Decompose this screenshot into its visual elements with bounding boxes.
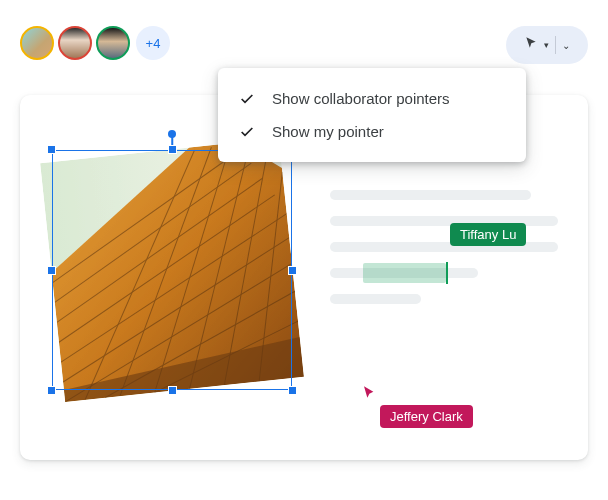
resize-handle-tm[interactable]: [168, 145, 177, 154]
collaborator-caret: [446, 262, 448, 284]
separator: [555, 36, 556, 54]
resize-handle-bl[interactable]: [47, 386, 56, 395]
chevron-down-icon[interactable]: ⌄: [562, 40, 570, 51]
text-line: [330, 294, 421, 304]
pointer-tool-button[interactable]: ▾ ⌄: [506, 26, 588, 64]
selected-image-frame[interactable]: [52, 150, 292, 390]
text-content-area[interactable]: [330, 190, 558, 320]
more-collaborators-badge[interactable]: +4: [136, 26, 170, 60]
avatar-user-3[interactable]: [96, 26, 130, 60]
rotation-handle[interactable]: [168, 130, 176, 138]
resize-handle-ml[interactable]: [47, 266, 56, 275]
text-selection-highlight: [363, 263, 446, 283]
menu-item-label: Show collaborator pointers: [272, 90, 450, 107]
resize-handle-mr[interactable]: [288, 266, 297, 275]
resize-handle-br[interactable]: [288, 386, 297, 395]
collaborator-tag-tiffany: Tiffany Lu: [450, 223, 526, 246]
avatar-user-2[interactable]: [58, 26, 92, 60]
cursor-icon: [524, 36, 538, 54]
pointer-menu-popup: Show collaborator pointers Show my point…: [218, 68, 526, 162]
menu-item-show-my-pointer[interactable]: Show my pointer: [218, 115, 526, 148]
menu-item-show-collaborator-pointers[interactable]: Show collaborator pointers: [218, 82, 526, 115]
menu-item-label: Show my pointer: [272, 123, 384, 140]
remote-pointer-jeffery: [362, 383, 378, 407]
avatar-user-1[interactable]: [20, 26, 54, 60]
check-icon: [238, 124, 256, 140]
collaborator-tag-jeffery: Jeffery Clark: [380, 405, 473, 428]
resize-handle-bm[interactable]: [168, 386, 177, 395]
dropdown-caret-icon: ▾: [544, 40, 549, 50]
selection-border: [52, 150, 292, 390]
text-line: [330, 190, 531, 200]
resize-handle-tl[interactable]: [47, 145, 56, 154]
check-icon: [238, 91, 256, 107]
text-line: [330, 268, 478, 278]
collaborator-avatars: +4: [20, 26, 170, 60]
